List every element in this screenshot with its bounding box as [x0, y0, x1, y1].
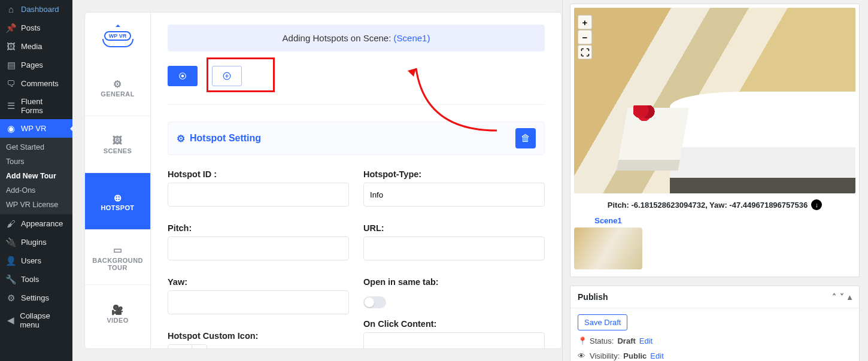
menu-media[interactable]: 🖾Media: [0, 37, 72, 56]
menu-fluentforms[interactable]: ☰Fluent Forms: [0, 93, 72, 119]
menu-label: WP VR: [21, 124, 46, 133]
vr-icon: ◉: [6, 123, 16, 134]
menu-users[interactable]: 👤Users: [0, 251, 72, 270]
scene-notice: Adding Hotspots on Scene: (Scene1): [168, 25, 545, 51]
iconpicker-preview: [168, 345, 192, 349]
svg-point-1: [181, 75, 184, 77]
video-icon: 🎥: [111, 304, 123, 317]
menu-posts[interactable]: 📌Posts: [0, 19, 72, 37]
menu-pages[interactable]: ▤Pages: [0, 56, 72, 74]
tab-label: BACKGROUND TOUR: [85, 257, 150, 271]
publish-title: Publish: [578, 292, 608, 302]
submenu-tours[interactable]: Tours: [0, 154, 72, 169]
notice-scene-link[interactable]: (Scene1): [394, 33, 430, 43]
delete-hotspot-button[interactable]: 🗑: [515, 128, 536, 148]
menu-appearance[interactable]: 🖌Appearance: [0, 214, 72, 233]
zoom-out-button[interactable]: −: [578, 30, 592, 44]
label-hotspot-id: Hotspot ID :: [168, 169, 349, 179]
menu-settings[interactable]: ⚙Settings: [0, 289, 72, 307]
tab-video[interactable]: 🎥VIDEO: [85, 285, 150, 342]
section-title: ⚙Hotspot Setting: [177, 133, 261, 144]
tab-backgroundtour[interactable]: ▭BACKGROUND TOUR: [85, 230, 150, 285]
label-pitch: Pitch:: [168, 223, 349, 233]
user-icon: 👤: [6, 256, 16, 266]
iconpicker[interactable]: ▾: [168, 344, 207, 349]
menu-label: Comments: [21, 79, 59, 88]
page-icon: ▤: [6, 60, 16, 70]
editor-panel: Adding Hotspots on Scene: (Scene1) ⚙Hots…: [151, 12, 562, 349]
submenu-license[interactable]: WP VR License: [0, 198, 72, 212]
tab-scenes[interactable]: 🖼SCENES: [85, 116, 150, 173]
submenu-wpvr: Get Started Tours Add New Tour Add-Ons W…: [0, 138, 72, 214]
plug-icon: 🔌: [6, 237, 16, 247]
menu-label: Fluent Forms: [21, 97, 66, 115]
label-yaw: Yaw:: [168, 277, 349, 287]
visibility-label: Visibility:: [590, 351, 620, 360]
caret-up-icon[interactable]: ▴: [848, 292, 852, 302]
submenu-addons[interactable]: Add-Ons: [0, 183, 72, 198]
image-icon: 🖼: [113, 134, 122, 147]
switch-same-tab[interactable]: [363, 296, 386, 308]
scene-thumbnail[interactable]: Scene1: [574, 216, 642, 269]
menu-label: Dashboard: [21, 5, 59, 14]
section-title-text: Hotspot Setting: [190, 133, 261, 144]
submenu-label: Add New Tour: [6, 172, 56, 180]
publish-head: Publish ˄ ˅ ▴: [570, 286, 859, 308]
fullscreen-button[interactable]: ⛶: [578, 45, 592, 59]
select-hotspot-type[interactable]: Info: [363, 183, 545, 207]
menu-dashboard[interactable]: ⌂Dashboard: [0, 0, 72, 19]
submenu-label: WP VR License: [6, 201, 58, 209]
menu-label: Tools: [21, 275, 39, 284]
gear-icon: ⚙: [177, 133, 185, 144]
input-url[interactable]: [363, 236, 545, 260]
menu-wpvr[interactable]: ◉WP VR: [0, 119, 72, 138]
visibility-edit-link[interactable]: Edit: [650, 351, 663, 360]
menu-collapse[interactable]: ◀Collapse menu: [0, 307, 72, 333]
field-url: URL:: [363, 223, 545, 260]
vertical-divider: [562, 0, 563, 361]
input-pitch[interactable]: [168, 236, 349, 260]
coords-text: Pitch: -6.181528623094732, Yaw: -47.4496…: [608, 201, 808, 210]
preview-frame[interactable]: + − ⛶: [574, 8, 855, 193]
tab-label: GENERAL: [101, 90, 135, 98]
wpvr-logo: WP VR: [85, 13, 150, 59]
status-row: 📍 Status: Draft Edit: [578, 336, 852, 345]
submenu-label: Get Started: [6, 143, 44, 151]
notice-prefix: Adding Hotspots on Scene:: [283, 33, 394, 43]
preview-card: + − ⛶ Pitch: -6.181528623094732, Yaw: -4…: [570, 4, 860, 277]
collapse-icon: ◀: [6, 316, 15, 326]
tab-general[interactable]: ⚙GENERAL: [85, 59, 150, 116]
menu-comments[interactable]: 🗨Comments: [0, 74, 72, 93]
tab-label: HOTSPOT: [101, 204, 135, 211]
save-draft-button[interactable]: Save Draft: [578, 314, 627, 330]
right-sidebar: + − ⛶ Pitch: -6.181528623094732, Yaw: -4…: [564, 0, 868, 361]
field-yaw: Yaw:: [168, 277, 349, 314]
submenu-getstarted[interactable]: Get Started: [0, 140, 72, 154]
annotation-arrow: [275, 59, 503, 136]
menu-label: Plugins: [21, 238, 47, 247]
brush-icon: 🖌: [6, 219, 16, 229]
chevron-up-icon[interactable]: ˄: [832, 292, 836, 302]
label-same-tab: Open in same tab:: [363, 277, 545, 287]
zoom-in-button[interactable]: +: [578, 15, 592, 29]
input-hotspot-id[interactable]: [168, 183, 349, 207]
field-hotspot-type: Hotspot-Type: Info: [363, 169, 545, 207]
menu-label: Appearance: [21, 219, 63, 228]
target-icon: ⊕: [114, 191, 122, 204]
menu-plugins[interactable]: 🔌Plugins: [0, 233, 72, 251]
input-yaw[interactable]: [168, 290, 349, 314]
tab-hotspot[interactable]: ⊕HOTSPOT: [85, 173, 150, 230]
menu-tools[interactable]: 🔧Tools: [0, 270, 72, 289]
submenu-addnewtour[interactable]: Add New Tour: [0, 169, 72, 183]
label-custom-icon: Hotspot Custom Icon:: [168, 331, 349, 341]
hotspot-current-button[interactable]: [168, 66, 198, 86]
download-icon[interactable]: ↓: [811, 199, 822, 210]
menu-label: Pages: [21, 60, 43, 69]
chevron-down-icon: ▾: [192, 345, 207, 349]
textarea-on-click[interactable]: [363, 332, 545, 349]
field-same-tab: Open in same tab:: [363, 277, 545, 314]
visibility-value: Public: [623, 351, 647, 360]
status-edit-link[interactable]: Edit: [639, 336, 652, 345]
thumb-label: Scene1: [574, 216, 642, 225]
chevron-down-icon[interactable]: ˅: [840, 292, 844, 302]
